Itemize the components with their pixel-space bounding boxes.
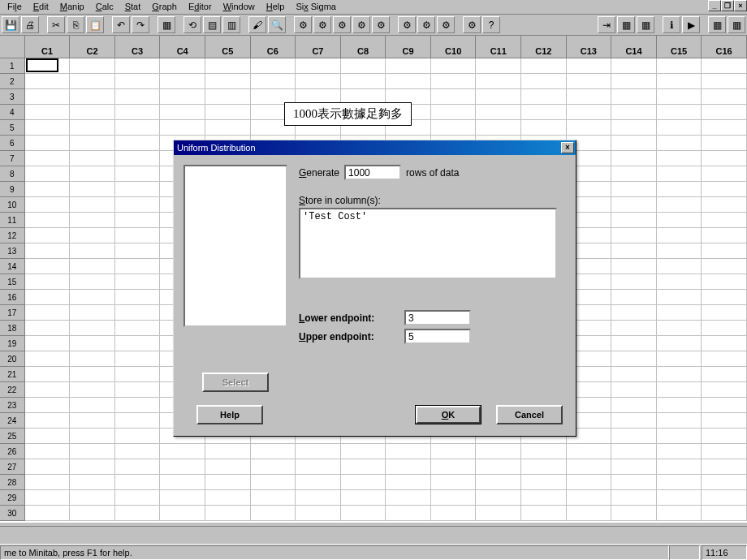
row-header[interactable]: 26 [0, 444, 25, 459]
row-header[interactable]: 8 [0, 166, 25, 182]
cell[interactable] [611, 213, 657, 228]
cell[interactable] [702, 151, 747, 166]
cell[interactable] [476, 74, 521, 89]
cell[interactable] [25, 444, 71, 459]
cell[interactable] [611, 197, 657, 213]
cell[interactable] [657, 475, 702, 490]
forward-icon[interactable]: ▶ [682, 16, 700, 33]
column-header[interactable]: C2 [70, 36, 115, 58]
cell[interactable] [386, 475, 431, 490]
cell[interactable] [251, 74, 296, 89]
cell[interactable] [702, 274, 747, 290]
close-button[interactable]: × [734, 0, 747, 11]
cell[interactable] [115, 243, 161, 259]
cell[interactable] [115, 213, 161, 228]
menu-file[interactable]: File [2, 0, 28, 14]
cell[interactable] [702, 213, 747, 228]
cancel-button[interactable]: Cancel [496, 405, 563, 424]
cell[interactable] [251, 444, 296, 459]
cell[interactable] [657, 166, 702, 182]
cell[interactable] [25, 490, 71, 506]
cell[interactable] [296, 74, 341, 89]
rtool2-icon[interactable]: ▦ [617, 16, 635, 33]
cell[interactable] [115, 413, 161, 429]
cell[interactable] [25, 459, 71, 475]
cell[interactable] [611, 228, 657, 243]
cell[interactable] [657, 228, 702, 243]
cell[interactable] [70, 105, 115, 120]
row-header[interactable]: 16 [0, 290, 25, 305]
menu-edit[interactable]: Edit [28, 0, 54, 14]
cell[interactable] [386, 490, 431, 506]
cell[interactable] [702, 166, 747, 182]
cell[interactable] [657, 58, 702, 74]
cell[interactable] [431, 475, 477, 490]
cell[interactable] [702, 398, 747, 413]
cell[interactable] [431, 490, 477, 506]
cell[interactable] [567, 89, 612, 105]
cell[interactable] [341, 490, 386, 506]
row-header[interactable]: 11 [0, 213, 25, 228]
help-icon[interactable]: ? [482, 16, 500, 33]
rtool1-icon[interactable]: ⇥ [598, 16, 615, 33]
cell[interactable] [341, 74, 386, 89]
cell[interactable] [702, 367, 747, 382]
column-header[interactable]: C10 [431, 36, 477, 58]
cell[interactable] [25, 243, 71, 259]
cell[interactable] [702, 506, 747, 521]
cell[interactable] [25, 506, 71, 521]
cell[interactable] [70, 290, 115, 305]
cell[interactable] [611, 398, 657, 413]
cell[interactable] [657, 336, 702, 351]
cell[interactable] [25, 213, 71, 228]
cell[interactable] [341, 459, 386, 475]
cell[interactable] [657, 105, 702, 120]
cell[interactable] [251, 490, 296, 506]
cell[interactable] [657, 444, 702, 459]
cell[interactable] [611, 305, 657, 321]
column-header[interactable]: C8 [341, 36, 386, 58]
cell[interactable] [611, 444, 657, 459]
cell[interactable] [70, 351, 115, 367]
cell[interactable] [205, 58, 251, 74]
cell[interactable] [521, 506, 567, 521]
cell[interactable] [115, 321, 161, 336]
cell[interactable] [70, 197, 115, 213]
column-header[interactable]: C1 [25, 36, 71, 58]
cell[interactable] [657, 74, 702, 89]
row-header[interactable]: 2 [0, 74, 25, 89]
cell[interactable] [611, 336, 657, 351]
cell[interactable] [431, 444, 477, 459]
column-header[interactable]: C15 [657, 36, 702, 58]
cell[interactable] [205, 475, 251, 490]
cell[interactable] [611, 166, 657, 182]
generate-input[interactable] [344, 165, 401, 180]
cell[interactable] [657, 213, 702, 228]
cell[interactable] [476, 58, 521, 74]
cell[interactable] [70, 151, 115, 166]
cell[interactable] [70, 89, 115, 105]
cell[interactable] [476, 444, 521, 459]
cell[interactable] [657, 398, 702, 413]
row-header[interactable]: 17 [0, 305, 25, 321]
row-header[interactable]: 5 [0, 120, 25, 136]
worksheet-icon[interactable]: ▤ [203, 16, 221, 33]
minimize-button[interactable]: _ [708, 0, 721, 11]
tool3-icon[interactable]: ⚙ [333, 16, 351, 33]
cell[interactable] [341, 58, 386, 74]
row-header[interactable]: 25 [0, 429, 25, 444]
cell[interactable] [431, 89, 477, 105]
cell[interactable] [25, 151, 71, 166]
cell[interactable] [611, 74, 657, 89]
tool4-icon[interactable]: ⚙ [352, 16, 370, 33]
cell[interactable] [160, 506, 205, 521]
cell[interactable] [296, 490, 341, 506]
cell[interactable] [476, 490, 521, 506]
cell[interactable] [25, 105, 71, 120]
cell[interactable] [160, 74, 205, 89]
copy-icon[interactable]: ⎘ [67, 16, 84, 33]
cell[interactable] [70, 182, 115, 197]
cell[interactable] [70, 336, 115, 351]
column-header[interactable]: C9 [386, 36, 431, 58]
restore-button[interactable]: ❐ [721, 0, 734, 11]
